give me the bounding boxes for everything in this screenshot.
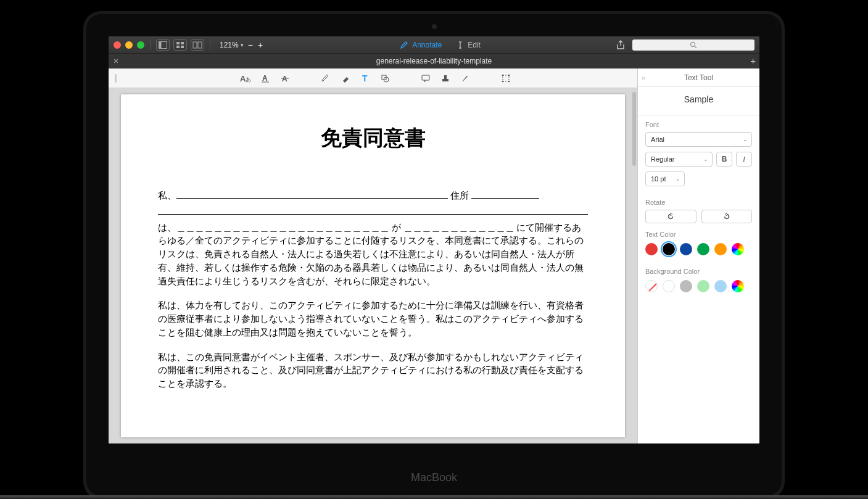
svg-rect-19 (422, 75, 429, 80)
svg-rect-2 (176, 42, 180, 44)
font-style-select[interactable]: Regular⌄ (645, 152, 713, 167)
svg-point-24 (508, 80, 510, 82)
selection-icon[interactable] (500, 72, 512, 85)
add-tab-button[interactable]: + (750, 56, 756, 66)
chevron-down-icon: ⌄ (703, 156, 708, 162)
document-line-2 (158, 205, 588, 219)
color-picker-swatch[interactable] (732, 280, 744, 292)
zoom-out-button[interactable]: − (246, 40, 255, 50)
rotate-section-label: Rotate (645, 199, 752, 206)
two-page-icon[interactable] (191, 39, 204, 51)
sample-preview: Sample (638, 87, 759, 116)
laptop-brand: MacBook (411, 466, 457, 484)
toolbar-grip-icon (115, 74, 117, 83)
color-picker-swatch[interactable] (732, 243, 744, 255)
eyedropper-icon[interactable] (459, 72, 471, 85)
svg-rect-20 (503, 75, 509, 81)
rotate-ccw-button[interactable] (645, 210, 696, 223)
svg-point-21 (502, 74, 503, 76)
document-viewport[interactable]: 免責同意書 私、 住所 は、＿＿＿＿＿＿＿＿＿＿＿＿＿＿＿＿＿＿＿＿＿＿＿ が … (109, 88, 637, 443)
document-line-1: 私、 住所 (158, 189, 588, 203)
tab-title: general-release-of-liability-template (376, 57, 492, 65)
svg-point-22 (508, 74, 510, 76)
window-minimize-icon[interactable] (125, 41, 133, 49)
annotate-label: Annotate (412, 41, 442, 49)
annotate-mode-button[interactable]: Annotate (400, 41, 442, 49)
text-color-swatch[interactable] (680, 243, 692, 255)
rotate-cw-button[interactable] (701, 210, 753, 223)
collapse-panel-icon[interactable]: » (642, 74, 645, 81)
document-paragraph-3: 私は、この免責同意書がイベント主催者、スポンサー、及び私が参加するかもしれないア… (158, 351, 588, 391)
document-paragraph-2: 私は、体力を有しており、このアクティビティに参加するために十分に準備又は訓練を行… (158, 299, 588, 339)
shape-tool-icon[interactable] (379, 72, 391, 85)
rotate-ccw-icon (666, 212, 675, 221)
tab-close-icon[interactable]: × (114, 56, 118, 66)
svg-rect-5 (181, 46, 184, 48)
svg-point-23 (502, 80, 503, 82)
app-window: 121% ▾ − + Annotate Edit (109, 36, 759, 443)
font-family-select[interactable]: Arial⌄ (645, 132, 752, 147)
inspector-title: Text Tool (684, 73, 713, 82)
svg-line-9 (695, 46, 696, 48)
laptop-frame: 121% ▾ − + Annotate Edit (83, 11, 785, 499)
bg-color-swatch[interactable] (645, 280, 658, 292)
svg-text:あ: あ (246, 76, 251, 83)
annotate-toolbar: Aあ A A (109, 68, 637, 88)
inspector-panel: » Text Tool Sample Font Arial⌄ Regular⌄ (637, 68, 759, 443)
strikethrough-icon[interactable]: A (279, 72, 291, 85)
svg-rect-1 (159, 41, 162, 48)
bg-color-label: Background Color (645, 268, 752, 275)
stamp-icon[interactable] (439, 72, 452, 85)
font-size-select[interactable]: 10 pt⌄ (645, 171, 685, 186)
laptop-base-bar (0, 495, 868, 499)
chevron-down-icon: ⌄ (676, 176, 680, 182)
underline-icon[interactable]: A (259, 72, 271, 85)
edit-label: Edit (468, 41, 481, 49)
tab-bar: × general-release-of-liability-template … (109, 54, 759, 68)
chevron-down-icon[interactable]: ▾ (239, 42, 246, 48)
share-icon[interactable] (615, 39, 626, 51)
zoom-level[interactable]: 121% (220, 41, 239, 49)
bg-color-swatch[interactable] (663, 280, 675, 292)
search-icon (690, 41, 697, 49)
svg-rect-4 (176, 46, 180, 48)
text-color-swatch[interactable] (697, 243, 709, 255)
svg-rect-6 (193, 42, 197, 48)
sidebar-toggle-icon[interactable] (156, 39, 170, 51)
text-cursor-icon (457, 41, 464, 49)
zoom-in-button[interactable]: + (255, 40, 265, 50)
document-heading: 免責同意書 (158, 124, 588, 152)
window-close-icon[interactable] (114, 41, 121, 49)
eraser-icon[interactable] (339, 72, 352, 85)
camera-icon (432, 24, 437, 29)
text-style-icon[interactable]: Aあ (239, 72, 252, 85)
text-color-swatches (645, 242, 752, 260)
rotate-cw-icon (722, 212, 731, 221)
font-section-label: Font (645, 121, 752, 128)
draw-tool-icon[interactable] (320, 72, 332, 85)
text-color-swatch[interactable] (663, 243, 675, 255)
bold-button[interactable]: B (716, 152, 732, 167)
text-color-swatch[interactable] (714, 243, 727, 255)
bg-color-swatches (645, 279, 752, 297)
bg-color-swatch[interactable] (714, 280, 727, 292)
svg-point-8 (691, 42, 695, 46)
italic-button[interactable]: I (736, 152, 752, 167)
svg-text:A: A (262, 74, 268, 83)
bg-color-swatch[interactable] (697, 280, 709, 292)
text-color-swatch[interactable] (645, 243, 658, 255)
text-tool-icon[interactable]: T (359, 72, 371, 85)
svg-rect-3 (181, 42, 184, 44)
vertical-scrollbar[interactable] (632, 92, 636, 440)
text-color-label: Text Color (645, 231, 752, 238)
document-paragraph-1: は、＿＿＿＿＿＿＿＿＿＿＿＿＿＿＿＿＿＿＿＿＿＿＿ が ＿＿＿＿＿＿＿＿＿＿＿＿… (158, 221, 588, 289)
chevron-down-icon: ⌄ (743, 136, 748, 142)
edit-mode-button[interactable]: Edit (457, 41, 481, 49)
bg-color-swatch[interactable] (680, 280, 692, 292)
note-icon[interactable] (420, 72, 432, 85)
top-toolbar: 121% ▾ − + Annotate Edit (109, 36, 759, 54)
pdf-page: 免責同意書 私、 住所 は、＿＿＿＿＿＿＿＿＿＿＿＿＿＿＿＿＿＿＿＿＿＿＿ が … (121, 94, 625, 437)
window-zoom-icon[interactable] (137, 41, 144, 49)
thumbnails-icon[interactable] (173, 39, 187, 51)
search-input[interactable] (632, 39, 754, 51)
